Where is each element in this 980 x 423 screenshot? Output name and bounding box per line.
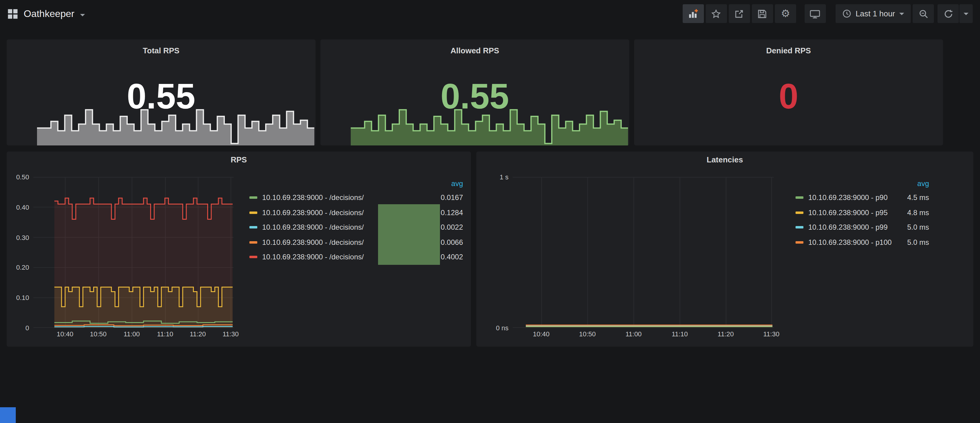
x-tick: 10:50 — [579, 330, 596, 337]
series-color-dash — [250, 196, 257, 199]
legend-avg-column[interactable]: avg — [451, 179, 463, 188]
refresh-interval-button[interactable] — [959, 4, 973, 23]
star-icon — [711, 9, 721, 19]
series-label: 10.10.69.238:9000 - p100 — [808, 238, 892, 247]
navbar-left: Oathkeeper — [7, 8, 85, 19]
series-label: 10.10.69.238:9000 - p90 — [808, 193, 888, 202]
clock-icon — [842, 9, 851, 18]
stats-row: Total RPS 0.55 Allowed RPS 0.55 Denied R… — [7, 40, 973, 146]
y-tick: 0.30 — [16, 234, 29, 241]
star-button[interactable] — [706, 4, 727, 23]
total-rps-sparkline — [37, 107, 314, 146]
navbar-actions: ⚙ Last 1 hour — [681, 4, 973, 23]
series-label: 10.10.69.238:9000 - p95 — [808, 209, 888, 217]
latencies-legend: avg 10.10.69.238:9000 - p90 4.5 ms 10.10… — [795, 177, 929, 339]
latencies-x-axis: 10:40 10:50 11:00 11:10 11:20 11:30 — [513, 328, 774, 339]
x-tick: 11:20 — [189, 330, 206, 337]
latencies-plot: 10:40 10:50 11:00 11:10 11:20 11:30 — [513, 177, 774, 339]
corner-help-button[interactable] — [0, 407, 16, 423]
x-tick: 11:30 — [223, 330, 239, 337]
series-label: 10.10.69.238:9000 - /decisions/ — [262, 238, 364, 247]
panel-title[interactable]: RPS — [7, 152, 471, 168]
latencies-y-axis: 1 s 0 ns — [481, 177, 513, 328]
series-label: 10.10.69.238:9000 - p99 — [808, 223, 888, 232]
series-color-dash — [795, 211, 803, 214]
series-color-dash — [795, 227, 803, 229]
settings-button[interactable]: ⚙ — [775, 4, 796, 23]
rps-x-axis: 10:40 10:50 11:00 11:10 11:20 11:30 — [33, 328, 234, 339]
stat-value: 0 — [634, 77, 943, 116]
dashboard: Total RPS 0.55 Allowed RPS 0.55 Denied R… — [0, 27, 980, 347]
series-avg-value: 4.8 ms — [901, 209, 929, 217]
redaction-overlay — [378, 204, 440, 265]
zoom-out-button[interactable] — [913, 4, 934, 23]
panel-title[interactable]: Total RPS — [7, 40, 315, 56]
x-tick: 11:30 — [764, 330, 780, 337]
grid-icon — [7, 8, 18, 19]
y-tick: 0 — [25, 324, 29, 331]
series-avg-value: 4.5 ms — [901, 193, 929, 202]
share-button[interactable] — [729, 4, 750, 23]
x-tick: 10:40 — [533, 330, 549, 337]
y-tick: 0.50 — [16, 173, 29, 181]
panel-title[interactable]: Allowed RPS — [320, 40, 629, 56]
series-label: 10.10.69.238:9000 - /decisions/ — [262, 253, 364, 261]
dashboards-grid-icon[interactable] — [7, 8, 18, 19]
legend-row[interactable]: 10.10.69.238:9000 - p100 5.0 ms — [795, 235, 929, 250]
refresh-icon — [943, 9, 953, 19]
legend-row[interactable]: 10.10.69.238:9000 - p90 4.5 ms — [795, 190, 929, 205]
series-color-dash — [250, 241, 257, 244]
series-color-dash — [250, 256, 257, 258]
magnifier-icon — [918, 9, 928, 19]
rps-chart[interactable] — [33, 177, 234, 328]
tv-mode-button[interactable] — [805, 4, 826, 23]
time-picker-button[interactable]: Last 1 hour — [835, 4, 911, 23]
dashboard-title[interactable]: Oathkeeper — [24, 8, 74, 19]
charts-row: RPS 0.50 0.40 0.30 0.20 0.10 0 10:40 — [7, 152, 973, 347]
series-color-dash — [795, 241, 803, 244]
y-tick: 0.40 — [16, 204, 29, 211]
panel-title[interactable]: Denied RPS — [634, 40, 943, 56]
series-avg-value: 0.0167 — [435, 193, 463, 202]
rps-y-axis: 0.50 0.40 0.30 0.20 0.10 0 — [11, 177, 33, 328]
add-panel-button[interactable] — [682, 4, 704, 23]
legend-row[interactable]: 10.10.69.238:9000 - p99 5.0 ms — [795, 220, 929, 235]
allowed-rps-sparkline — [351, 107, 628, 146]
refresh-chevron-down-icon — [964, 13, 969, 15]
share-icon — [735, 9, 744, 19]
legend-row[interactable]: 10.10.69.238:9000 - /decisions/ 0.0167 — [250, 190, 463, 205]
x-tick: 11:00 — [124, 330, 140, 337]
title-chevron-down-icon[interactable] — [80, 14, 85, 16]
add-panel-icon — [688, 8, 698, 19]
panel-latencies: Latencies 1 s 0 ns 10:40 10:50 11:00 11:… — [476, 152, 973, 347]
y-tick: 0.10 — [16, 294, 29, 301]
legend-avg-column[interactable]: avg — [917, 179, 929, 188]
series-avg-value: 5.0 ms — [901, 223, 929, 232]
refresh-button[interactable] — [937, 4, 959, 23]
gear-icon: ⚙ — [781, 8, 791, 19]
legend-header: avg — [795, 177, 929, 190]
y-tick: 0 ns — [496, 324, 509, 331]
save-icon — [757, 9, 767, 19]
rps-plot: 10:40 10:50 11:00 11:10 11:20 11:30 — [33, 177, 234, 339]
x-tick: 11:20 — [718, 330, 733, 337]
panel-total-rps: Total RPS 0.55 — [7, 40, 315, 146]
panel-rps: RPS 0.50 0.40 0.30 0.20 0.10 0 10:40 — [7, 152, 471, 347]
series-color-dash — [795, 196, 803, 199]
latencies-chart[interactable] — [513, 177, 774, 328]
series-label: 10.10.69.238:9000 - /decisions/ — [262, 209, 364, 217]
x-tick: 10:40 — [57, 330, 73, 337]
y-tick: 1 s — [500, 173, 509, 181]
series-label: 10.10.69.238:9000 - /decisions/ — [262, 193, 364, 202]
navbar: Oathkeeper — [0, 0, 980, 27]
x-tick: 11:10 — [157, 330, 173, 337]
legend-row[interactable]: 10.10.69.238:9000 - p95 4.8 ms — [795, 205, 929, 220]
save-button[interactable] — [752, 4, 773, 23]
series-color-dash — [250, 227, 257, 229]
series-avg-value: 5.0 ms — [901, 238, 929, 247]
grafana-app: Oathkeeper — [0, 0, 980, 423]
monitor-icon — [810, 9, 821, 19]
panel-title[interactable]: Latencies — [476, 152, 973, 168]
series-color-dash — [250, 211, 257, 214]
refresh-group — [936, 4, 973, 23]
